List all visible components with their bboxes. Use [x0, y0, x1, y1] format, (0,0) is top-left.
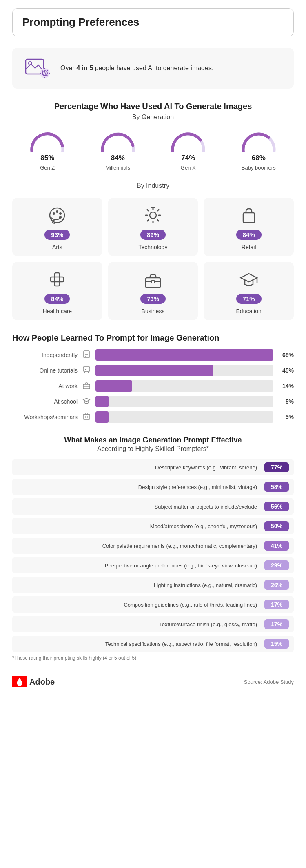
bar-fill: [95, 349, 273, 361]
eff-label: Descriptive keywords (e.g., vibrant, ser…: [17, 464, 260, 471]
arc-container: [29, 129, 66, 152]
industry-card: 71% Education: [204, 262, 294, 320]
title-box: Prompting Preferences: [12, 8, 294, 36]
bar-track: [95, 380, 273, 392]
learn-label: At school: [12, 398, 78, 405]
adobe-brand-text: Adobe: [29, 677, 55, 687]
effective-title: What Makes an Image Generation Prompt Ef…: [12, 436, 294, 444]
industry-badge: 71%: [236, 294, 262, 304]
effective-row: Composition guidelines (e.g., rule of th…: [12, 596, 294, 613]
effective-section: What Makes an Image Generation Prompt Ef…: [12, 436, 294, 661]
learn-pct: 45%: [277, 367, 294, 374]
effective-row: Design style preferences (e.g., minimali…: [12, 479, 294, 495]
industry-icon: [143, 269, 163, 290]
effective-row: Texture/surface finish (e.g., glossy, ma…: [12, 616, 294, 632]
eff-badge: 77%: [264, 462, 289, 472]
gen-label: Millennials: [105, 165, 130, 171]
learn-icon: [81, 366, 92, 375]
svg-rect-25: [83, 367, 90, 371]
industry-card: 89% Technology: [108, 198, 198, 256]
svg-point-7: [56, 210, 58, 213]
industry-name: Education: [236, 308, 262, 315]
eff-badge: 17%: [264, 600, 289, 609]
industry-section: By Industry 93% Arts 89% Technology 84%: [12, 182, 294, 320]
footer-source: Source: Adobe Study: [244, 679, 294, 685]
learn-title: How People Learned To Prompt for Image G…: [12, 333, 294, 343]
footer: Adobe Source: Adobe Study: [12, 671, 294, 687]
svg-point-5: [50, 208, 64, 223]
page-title: Prompting Preferences: [22, 16, 284, 29]
bar-track: [95, 396, 273, 407]
learn-pct: 14%: [277, 383, 294, 389]
svg-rect-32: [84, 414, 89, 420]
eff-badge: 17%: [264, 619, 289, 629]
industry-name: Business: [142, 308, 165, 315]
svg-point-8: [59, 212, 62, 215]
generation-item: 85% Gen Z: [29, 129, 66, 171]
industry-badge: 93%: [44, 230, 70, 240]
eff-label: Technical specifications (e.g., aspect r…: [17, 641, 260, 647]
gen-label: Baby boomers: [242, 165, 276, 171]
effective-row: Technical specifications (e.g., aspect r…: [12, 636, 294, 652]
generation-item: 84% Millennials: [100, 129, 136, 171]
gen-label: Gen X: [181, 165, 196, 171]
bar-track: [95, 411, 273, 423]
learn-icon: [81, 412, 92, 422]
svg-rect-14: [55, 273, 60, 286]
gen-percent: 68%: [252, 154, 266, 162]
industry-sub-title: By Industry: [12, 182, 294, 190]
effective-row: Perspective or angle preferences (e.g., …: [12, 557, 294, 573]
svg-rect-13: [243, 213, 255, 223]
highlight-text: Over 4 in 5 people have used AI to gener…: [60, 63, 213, 73]
industry-icon: [143, 205, 163, 225]
industry-card: 73% Business: [108, 262, 198, 320]
generation-item: 68% Baby boomers: [240, 129, 277, 171]
svg-text:AI: AI: [43, 71, 47, 76]
highlight-box: AI Over 4 in 5 people have used AI to ge…: [12, 48, 294, 89]
eff-label: Composition guidelines (e.g., rule of th…: [17, 602, 260, 608]
arc-container: [100, 129, 136, 152]
eff-label: Design style preferences (e.g., minimali…: [17, 484, 260, 490]
effective-row: Lighting instructions (e.g., natural, dr…: [12, 577, 294, 593]
eff-badge: 29%: [264, 560, 289, 570]
industry-name: Health care: [43, 308, 72, 315]
industry-icon: [47, 205, 67, 225]
generation-sub-title: By Generation: [12, 114, 294, 121]
eff-label: Perspective or angle preferences (e.g., …: [17, 562, 260, 569]
industry-badge: 84%: [236, 230, 262, 240]
arc-container: [170, 129, 206, 152]
arc-container: [240, 129, 277, 152]
eff-label: Texture/surface finish (e.g., glossy, ma…: [17, 621, 260, 627]
svg-rect-18: [151, 281, 155, 283]
svg-point-6: [53, 212, 55, 215]
generation-row: 85% Gen Z 84% Millennials 74% Gen X 68%: [12, 129, 294, 171]
generation-main-title: Percentage Who Have Used AI To Generate …: [12, 102, 294, 111]
gen-label: Gen Z: [40, 165, 55, 171]
effective-row: Mood/atmosphere (e.g., cheerful, mysteri…: [12, 518, 294, 534]
learn-label: Independently: [12, 352, 78, 358]
page-wrapper: Prompting Preferences AI Over 4 in 5 peo…: [0, 0, 306, 700]
svg-line-11: [52, 223, 55, 223]
generation-item: 74% Gen X: [170, 129, 206, 171]
gen-percent: 85%: [40, 154, 54, 162]
effective-row: Color palette requirements (e.g., monoch…: [12, 538, 294, 554]
learn-pct: 5%: [277, 398, 294, 405]
learn-label: At work: [12, 383, 78, 389]
industry-grid: 93% Arts 89% Technology 84% Retail 84% H…: [12, 198, 294, 320]
eff-badge: 26%: [264, 580, 289, 590]
industry-card: 93% Arts: [12, 198, 102, 256]
eff-badge: 58%: [264, 482, 289, 492]
industry-name: Arts: [52, 244, 62, 250]
learn-row: At work 14%: [12, 380, 294, 392]
adobe-logo-box: [12, 676, 27, 687]
industry-icon: [239, 205, 259, 225]
adobe-logo: Adobe: [12, 676, 55, 687]
learn-row: At school 5%: [12, 396, 294, 407]
learn-pct: 68%: [277, 352, 294, 358]
industry-name: Technology: [139, 244, 168, 250]
bar-fill: [95, 365, 213, 376]
bar-track: [95, 365, 273, 376]
learn-section: How People Learned To Prompt for Image G…: [12, 333, 294, 423]
ai-icon: AI: [24, 56, 52, 80]
svg-marker-19: [241, 274, 257, 282]
